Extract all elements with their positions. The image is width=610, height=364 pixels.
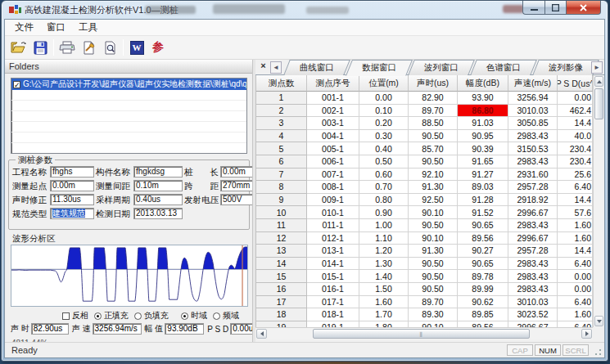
- table-row[interactable]: 12012-11.1090.1089.562996.671.60: [256, 232, 593, 245]
- table-row[interactable]: 17017-11.6089.7090.623010.036.40: [256, 296, 593, 309]
- parameters-button[interactable]: 参: [147, 38, 169, 57]
- scroll-right-button[interactable]: [581, 329, 592, 339]
- column-header[interactable]: 位置(m): [359, 75, 409, 92]
- readout-value-field[interactable]: 0.00us^2/m: [230, 323, 253, 335]
- checkbox-icon[interactable]: [62, 312, 70, 320]
- invert-checkbox[interactable]: 反相: [62, 310, 88, 321]
- table-cell: 15: [256, 270, 307, 283]
- horizontal-scroll-thumb[interactable]: ⫼: [313, 329, 530, 339]
- menu-item[interactable]: 工具: [72, 20, 104, 35]
- param-value-field[interactable]: 建筑规范: [50, 208, 94, 219]
- column-header[interactable]: 声速(m/s): [508, 75, 558, 92]
- readout-label: P S D: [207, 325, 228, 334]
- readout-value-field[interactable]: 3256.94m/s: [93, 323, 142, 335]
- radio-icon[interactable]: [94, 312, 102, 320]
- table-row[interactable]: 9009-10.8092.5091.282918.9214.4: [256, 194, 593, 207]
- table-row[interactable]: 7007-10.6092.1091.272931.6025.6: [256, 169, 593, 182]
- tab-scroll-left-button[interactable]: ◄: [270, 61, 282, 74]
- param-value-field[interactable]: 500V: [220, 194, 253, 205]
- param-value-field[interactable]: fhghs: [50, 166, 94, 178]
- column-header[interactable]: 测点数: [256, 75, 307, 92]
- param-value-field[interactable]: 0.10m: [133, 180, 183, 191]
- minimize-button[interactable]: [522, 1, 544, 15]
- table-row[interactable]: 15015-11.4090.5089.782983.430.00: [256, 270, 593, 283]
- tab-item[interactable]: 色谱窗口: [470, 60, 537, 75]
- list-item[interactable]: ✓G:\公司产品设计开发\超声仪器\超声仪实地检测数据\测桩\qd\qd03\q…: [11, 79, 246, 90]
- param-value: 建筑规范: [52, 209, 85, 218]
- table-cell: 19: [256, 321, 307, 327]
- param-value-field[interactable]: 11.30us: [50, 194, 94, 205]
- table-row[interactable]: 8008-10.7091.3089.032957.286.40: [256, 181, 593, 194]
- export-word-button[interactable]: W: [126, 38, 147, 57]
- column-header[interactable]: P S D(us^: [558, 75, 593, 92]
- param-value-field[interactable]: 0.00m: [50, 180, 94, 191]
- menu-item[interactable]: 窗口: [40, 20, 72, 35]
- table-row[interactable]: 5005-10.4085.7090.393150.53230.4: [256, 142, 593, 155]
- print-preview-button[interactable]: [99, 38, 120, 57]
- resize-grip[interactable]: [592, 346, 603, 357]
- column-header[interactable]: 声时(us): [409, 75, 458, 92]
- table-row[interactable]: 13013-11.2091.3090.272957.2814.4: [256, 245, 593, 258]
- maximize-button[interactable]: [544, 1, 567, 15]
- table-row[interactable]: 3003-10.2088.5091.033050.8514.4: [256, 117, 593, 130]
- print-button[interactable]: [56, 38, 78, 57]
- table-row[interactable]: 16016-11.5090.5089.992983.430.00: [256, 283, 593, 296]
- radio-icon[interactable]: [213, 312, 220, 320]
- column-header[interactable]: 幅度(dB): [458, 75, 508, 92]
- process-tool-button[interactable]: [78, 38, 99, 57]
- close-button[interactable]: [567, 1, 601, 15]
- table-cell: 25.6: [558, 169, 593, 182]
- param-value-field[interactable]: 2013.03.13: [133, 208, 183, 219]
- file-list[interactable]: ✓G:\公司产品设计开发\超声仪器\超声仪实地检测数据\测桩\qd\qd03\q…: [11, 78, 247, 154]
- tab-active[interactable]: 数据窗口: [346, 60, 413, 76]
- waveform-chart[interactable]: [11, 245, 248, 307]
- radio-option[interactable]: 负填充: [134, 310, 169, 321]
- radio-label: 负填充: [144, 310, 169, 321]
- scroll-down-button[interactable]: [594, 316, 603, 326]
- column-header[interactable]: 测点序号: [307, 75, 359, 92]
- readout-value-field[interactable]: 93.90dB: [165, 323, 204, 335]
- table-row[interactable]: 10010-10.9090.1091.522996.6757.6: [256, 206, 593, 219]
- table-cell: 3023.52: [508, 308, 558, 321]
- param-value-field[interactable]: 270mm: [220, 180, 253, 191]
- table-row[interactable]: 2002-10.1089.7086.803010.03462.4: [256, 105, 593, 118]
- vertical-scroll-thumb[interactable]: [594, 88, 603, 119]
- pane-close-button[interactable]: ×: [258, 61, 269, 72]
- horizontal-scrollbar[interactable]: ⫼: [255, 327, 593, 339]
- radio-option[interactable]: 正填充: [94, 310, 129, 321]
- table-row[interactable]: 18018-11.7089.3089.853023.521.60: [256, 308, 593, 321]
- readout-value-field[interactable]: 82.90us: [31, 323, 69, 335]
- table-row[interactable]: 1001-10.0082.9093.903256.940.00: [256, 92, 593, 105]
- radio-icon[interactable]: [134, 312, 142, 320]
- tab-scroll-right-button[interactable]: ►: [591, 61, 603, 74]
- param-value-field[interactable]: 0.40us: [133, 194, 183, 205]
- param-value-field[interactable]: fhgkdsg: [133, 166, 183, 178]
- table-row[interactable]: 11011-11.0090.5090.652983.431.60: [256, 219, 593, 232]
- menu-item[interactable]: 文件: [8, 20, 40, 35]
- tab-item[interactable]: 曲线窗口: [283, 60, 350, 75]
- vertical-scrollbar[interactable]: [593, 75, 604, 327]
- status-message: Ready: [5, 345, 507, 355]
- data-table[interactable]: 测点数测点序号位置(m)声时(us)幅度(dB)声速(m/s)P S D(us^…: [255, 75, 593, 327]
- radio-option[interactable]: 频域: [213, 310, 239, 321]
- table-row[interactable]: 14014-11.3090.5090.652983.436.40: [256, 258, 593, 271]
- param-value-field[interactable]: 0.00m: [220, 166, 253, 178]
- desktop-background: 高铁建混凝土检测分析软件V1.0—测桩 文件窗口工具: [0, 0, 610, 364]
- table-cell: 1.30: [359, 258, 409, 271]
- radio-option[interactable]: 时域: [181, 310, 207, 321]
- table-row[interactable]: 4004-10.3090.5090.952983.4340.0: [256, 130, 593, 143]
- scroll-left-button[interactable]: [256, 329, 267, 339]
- scroll-up-button[interactable]: [594, 76, 603, 87]
- checkbox-icon[interactable]: ✓: [13, 81, 20, 88]
- radio-icon[interactable]: [181, 312, 188, 320]
- tab-item[interactable]: 波列影像: [532, 60, 599, 75]
- save-button[interactable]: [29, 38, 51, 57]
- table-cell: 006-1: [307, 155, 359, 169]
- open-folder-icon: [11, 41, 27, 54]
- table-row[interactable]: 19019-11.8090.1089.562996.676.40: [256, 321, 593, 327]
- table-row[interactable]: 6006-10.5090.5091.652983.43230.4: [256, 155, 593, 169]
- open-file-button[interactable]: [8, 38, 29, 57]
- tab-item[interactable]: 波列窗口: [408, 60, 475, 75]
- table-cell: 1: [256, 92, 307, 105]
- titlebar[interactable]: 高铁建混凝土检测分析软件V1.0—测桩: [2, 1, 608, 19]
